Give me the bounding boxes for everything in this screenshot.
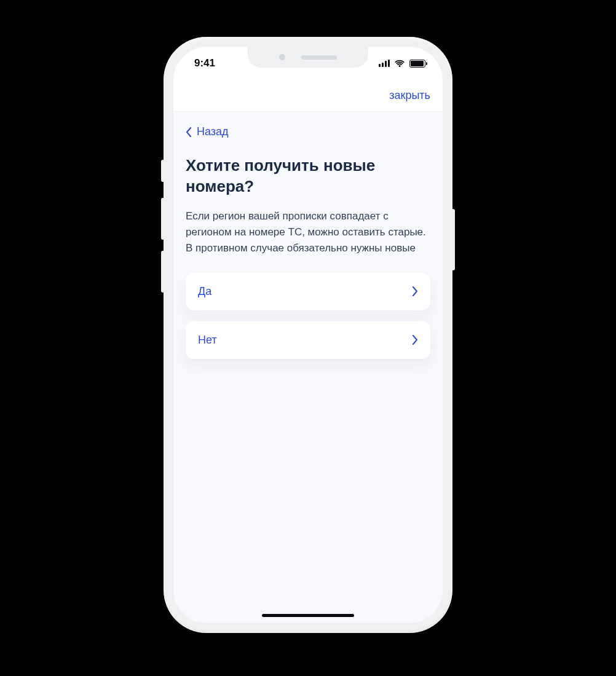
close-button[interactable]: закрыть	[389, 89, 430, 102]
back-button[interactable]: Назад	[186, 123, 229, 149]
mute-switch	[161, 160, 165, 182]
power-button	[451, 209, 455, 270]
phone-frame: 9:41 закрыть	[164, 37, 452, 633]
option-no[interactable]: Нет	[186, 321, 430, 359]
volume-up-button	[161, 198, 165, 240]
home-indicator	[262, 614, 354, 617]
chevron-right-icon	[412, 335, 418, 345]
front-camera	[279, 54, 285, 60]
option-label: Нет	[198, 334, 217, 347]
chevron-left-icon	[186, 127, 192, 137]
option-label: Да	[198, 285, 211, 298]
page-description: Если регион вашей прописки совпадает с р…	[186, 208, 430, 257]
back-label: Назад	[197, 125, 229, 138]
nav-bar: закрыть	[173, 80, 443, 112]
status-right	[379, 60, 425, 68]
screen: 9:41 закрыть	[173, 47, 443, 623]
page-title: Хотите получить новые номера?	[186, 155, 430, 197]
cellular-signal-icon	[379, 60, 390, 67]
stage: 9:41 закрыть	[0, 0, 616, 676]
speaker-grille	[301, 55, 337, 60]
content-area: Назад Хотите получить новые номера? Если…	[173, 112, 443, 623]
chevron-right-icon	[412, 286, 418, 296]
battery-icon	[409, 60, 425, 68]
wifi-icon	[394, 60, 405, 68]
volume-down-button	[161, 251, 165, 293]
notch	[248, 47, 368, 68]
status-time: 9:41	[194, 57, 215, 69]
option-yes[interactable]: Да	[186, 273, 430, 310]
